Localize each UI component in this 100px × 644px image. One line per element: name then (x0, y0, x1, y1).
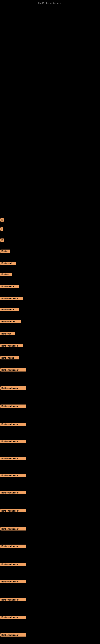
bottleneck-label-5: Bottleneck (0, 262, 16, 265)
bottleneck-label-26: Bottleneck result (0, 580, 26, 583)
bottleneck-label-28: Bottleneck result (0, 616, 26, 619)
bottleneck-label-8: Bottleneck resu (0, 297, 23, 300)
bottleneck-label-27: Bottleneck result (0, 598, 26, 601)
bottleneck-label-24: Bottleneck result (0, 544, 26, 548)
bottleneck-label-10: Bottleneck re (0, 320, 21, 323)
bottleneck-label-3: E (0, 238, 4, 242)
bottleneck-label-22: Bottleneck result (0, 509, 26, 512)
bottleneck-label-18: Bottleneck result (0, 440, 26, 443)
bottleneck-label-6: Bottlen (0, 273, 12, 276)
bottleneck-label-20: Bottleneck result (0, 474, 26, 477)
bottleneck-label-9: Bottleneck r (0, 308, 19, 311)
bottleneck-label-11: Bottlenec (0, 332, 15, 335)
bottleneck-label-14: Bottleneck result (0, 368, 26, 372)
bottleneck-label-1: E (0, 218, 4, 222)
site-title: TheBottlenecker.com (38, 2, 62, 5)
bottleneck-label-4: Bottle (0, 250, 10, 253)
bottleneck-label-16: Bottleneck result (0, 404, 26, 408)
bottleneck-label-12: Bottleneck resu (0, 344, 23, 347)
bottleneck-label-23: Bottleneck result (0, 527, 26, 530)
bottleneck-label-21: Bottleneck result (0, 491, 26, 494)
bottleneck-label-29: Bottleneck result (0, 633, 26, 636)
bottleneck-label-17: Bottleneck result (0, 422, 26, 426)
bottleneck-label-25: Bottleneck result (0, 563, 26, 566)
bottleneck-label-7: Bottleneck r (0, 285, 19, 288)
bottleneck-label-13: Bottleneck r (0, 356, 19, 360)
bottleneck-label-15: Bottleneck result (0, 386, 26, 390)
bottleneck-label-2: | (0, 228, 3, 231)
bottleneck-label-19: Bottleneck result (0, 457, 26, 460)
